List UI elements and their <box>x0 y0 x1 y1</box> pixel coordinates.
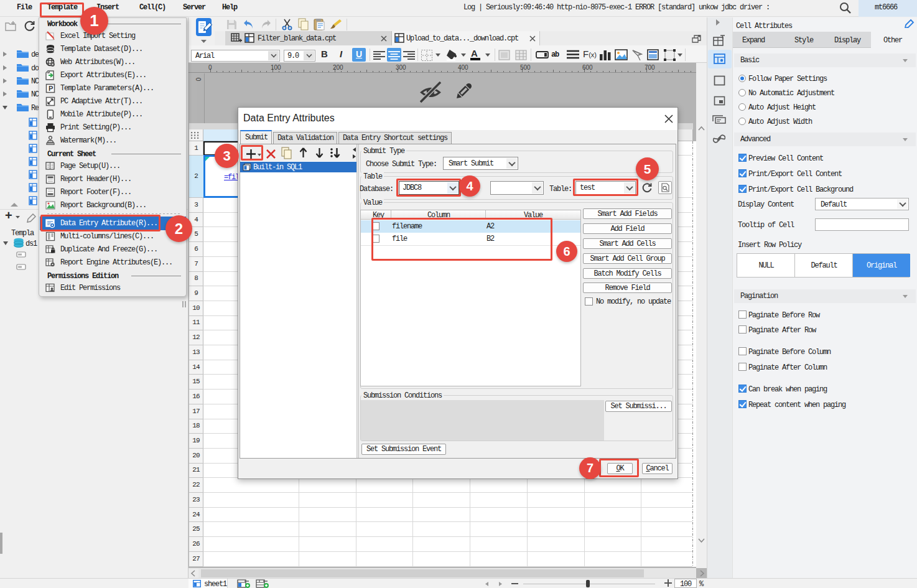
svg-text:P: P <box>49 85 53 92</box>
